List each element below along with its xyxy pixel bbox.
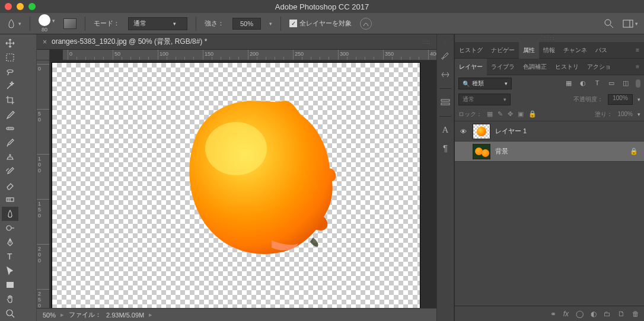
eraser-tool[interactable] bbox=[2, 178, 18, 192]
layer-blend-mode-select[interactable]: 通常▾ bbox=[458, 94, 511, 105]
tab-navigator[interactable]: ナビゲー bbox=[487, 42, 519, 59]
canvas-viewport[interactable] bbox=[50, 60, 436, 308]
tab-adjustments[interactable]: 色調補正 bbox=[519, 59, 551, 75]
tab-info[interactable]: 情報 bbox=[539, 42, 559, 59]
workspace-switcher[interactable]: ▾ bbox=[623, 20, 638, 28]
fill-input[interactable]: 100% bbox=[617, 111, 633, 117]
tab-history[interactable]: ヒストリ bbox=[551, 59, 583, 75]
new-layer-icon[interactable]: 🗋 bbox=[618, 310, 625, 318]
lock-position-icon[interactable]: ✥ bbox=[508, 110, 513, 118]
tab-paths[interactable]: パス bbox=[591, 42, 611, 59]
eyedropper-tool[interactable] bbox=[2, 107, 18, 121]
move-tool[interactable] bbox=[2, 36, 18, 50]
document-tab-title: oranges-5383_1920.jpg @ 50% (背景, RGB/8#)… bbox=[52, 37, 207, 47]
layer-thumbnail[interactable] bbox=[473, 144, 490, 159]
layer-filter-type-select[interactable]: 🔍種類▾ bbox=[458, 78, 512, 89]
marquee-tool[interactable] bbox=[2, 50, 18, 65]
layer-row[interactable]: 背景 🔒 bbox=[455, 142, 644, 162]
strength-label: 強さ： bbox=[205, 19, 224, 28]
panel-2-menu-icon[interactable]: ≡ bbox=[631, 63, 644, 70]
pen-tool[interactable] bbox=[2, 235, 18, 249]
layer-visibility-icon[interactable]: 👁 bbox=[458, 128, 468, 135]
filter-shape-icon[interactable]: ▭ bbox=[607, 79, 616, 88]
history-brush-tool[interactable] bbox=[2, 164, 18, 178]
tab-properties[interactable]: 属性 bbox=[519, 42, 539, 59]
brush-tool[interactable] bbox=[2, 136, 18, 150]
blend-mode-select[interactable]: 通常▾ bbox=[128, 17, 187, 30]
tab-libraries[interactable]: ライブラ bbox=[487, 59, 519, 75]
layer-row[interactable]: 👁 レイヤー 1 bbox=[455, 121, 644, 142]
layer-mask-icon[interactable]: ◯ bbox=[576, 310, 584, 318]
layer-comps-panel-icon[interactable] bbox=[440, 97, 451, 108]
filter-adjustment-icon[interactable]: ◐ bbox=[579, 79, 587, 88]
layer-thumbnail[interactable] bbox=[473, 124, 490, 139]
svg-rect-15 bbox=[7, 282, 14, 288]
status-bar: 50% ▸ ファイル： 2.93M/5.09M ▸ bbox=[37, 308, 436, 321]
vertical-ruler[interactable]: 050100150200250 bbox=[37, 60, 50, 308]
panel-1-menu-icon[interactable]: ≡ bbox=[631, 47, 644, 53]
minimize-window-button[interactable] bbox=[17, 3, 24, 10]
healing-brush-tool[interactable] bbox=[2, 121, 18, 136]
dock-drag-handle[interactable]: :: bbox=[444, 40, 447, 44]
crop-tool[interactable] bbox=[2, 93, 18, 107]
tool-preset-picker[interactable]: ▾ bbox=[6, 18, 21, 29]
close-window-button[interactable] bbox=[5, 3, 12, 10]
lock-artboard-icon[interactable]: ▣ bbox=[518, 110, 524, 118]
brush-presets-panel-icon[interactable] bbox=[440, 69, 451, 80]
opacity-input[interactable]: 100% bbox=[608, 94, 633, 105]
lock-all-icon[interactable]: 🔒 bbox=[528, 110, 537, 118]
layer-name-label[interactable]: 背景 bbox=[495, 147, 508, 156]
hand-tool[interactable] bbox=[2, 292, 18, 306]
group-icon[interactable]: 🗀 bbox=[604, 310, 611, 318]
filter-pixel-icon[interactable]: ▦ bbox=[565, 79, 573, 88]
panel-drag-handle[interactable]: : : : : bbox=[455, 34, 644, 42]
options-bar: ▾ 80 ▾ モード： 通常▾ 強さ： 50%▾ ✓全レイヤーを対象 ▾ bbox=[0, 13, 644, 34]
lock-transparency-icon[interactable]: ▦ bbox=[487, 110, 493, 118]
rectangle-tool[interactable] bbox=[2, 278, 18, 292]
brush-panel-toggle[interactable] bbox=[63, 18, 76, 29]
delete-layer-icon[interactable]: 🗑 bbox=[632, 310, 639, 318]
zoom-window-button[interactable] bbox=[28, 3, 36, 10]
brushes-panel-icon[interactable] bbox=[440, 52, 451, 62]
layer-visibility-icon[interactable] bbox=[458, 147, 468, 156]
ruler-origin[interactable] bbox=[37, 50, 50, 60]
layer-style-icon[interactable]: fx bbox=[563, 310, 569, 318]
layer-name-label[interactable]: レイヤー 1 bbox=[495, 127, 527, 136]
document-tab[interactable]: × oranges-5383_1920.jpg @ 50% (背景, RGB/8… bbox=[37, 34, 436, 50]
filter-smartobject-icon[interactable]: ◫ bbox=[621, 79, 630, 88]
close-tab-icon[interactable]: × bbox=[43, 38, 47, 46]
smudge-tool[interactable] bbox=[2, 207, 18, 221]
strength-input[interactable]: 50% bbox=[232, 18, 261, 30]
magic-wand-tool[interactable] bbox=[2, 79, 18, 93]
path-selection-tool[interactable] bbox=[2, 264, 18, 278]
status-menu-icon[interactable]: ▸ bbox=[149, 311, 152, 319]
dodge-tool[interactable] bbox=[2, 221, 18, 235]
zoom-tool[interactable] bbox=[2, 306, 18, 320]
tab-channels[interactable]: チャンネ bbox=[559, 42, 591, 59]
type-tool[interactable]: T bbox=[2, 249, 18, 264]
zoom-level[interactable]: 50% bbox=[43, 312, 56, 319]
tab-histogram[interactable]: ヒストグ bbox=[455, 42, 487, 59]
search-icon[interactable] bbox=[604, 18, 614, 29]
filter-type-icon[interactable]: T bbox=[593, 79, 601, 88]
sample-all-layers-checkbox[interactable]: ✓全レイヤーを対象 bbox=[289, 19, 352, 28]
canvas[interactable] bbox=[52, 63, 420, 308]
paragraph-panel-icon[interactable]: ¶ bbox=[440, 143, 451, 153]
orange-artwork bbox=[177, 92, 343, 264]
tab-drag-handle[interactable]: :::: bbox=[422, 39, 431, 45]
filter-toggle-icon[interactable] bbox=[636, 79, 640, 88]
adjustment-layer-icon[interactable]: ◐ bbox=[591, 310, 597, 318]
finger-painting-toggle[interactable] bbox=[360, 18, 372, 30]
gradient-tool[interactable] bbox=[2, 192, 18, 207]
link-layers-icon[interactable]: ⚭ bbox=[550, 310, 556, 318]
tab-actions[interactable]: アクショ bbox=[583, 59, 615, 75]
brush-picker[interactable]: 80 ▾ bbox=[39, 14, 55, 33]
clone-stamp-tool[interactable] bbox=[2, 150, 18, 164]
horizontal-ruler[interactable]: 050100150200250300350400 bbox=[63, 50, 436, 60]
tab-layers[interactable]: レイヤー bbox=[455, 59, 487, 75]
status-chevron-icon[interactable]: ▸ bbox=[60, 311, 64, 319]
panel-group-2-tabs: レイヤー ライブラ 色調補正 ヒストリ アクショ ≡ bbox=[455, 59, 644, 75]
lasso-tool[interactable] bbox=[2, 65, 18, 79]
lock-image-icon[interactable]: ✎ bbox=[498, 110, 503, 118]
character-panel-icon[interactable]: A bbox=[440, 125, 451, 136]
